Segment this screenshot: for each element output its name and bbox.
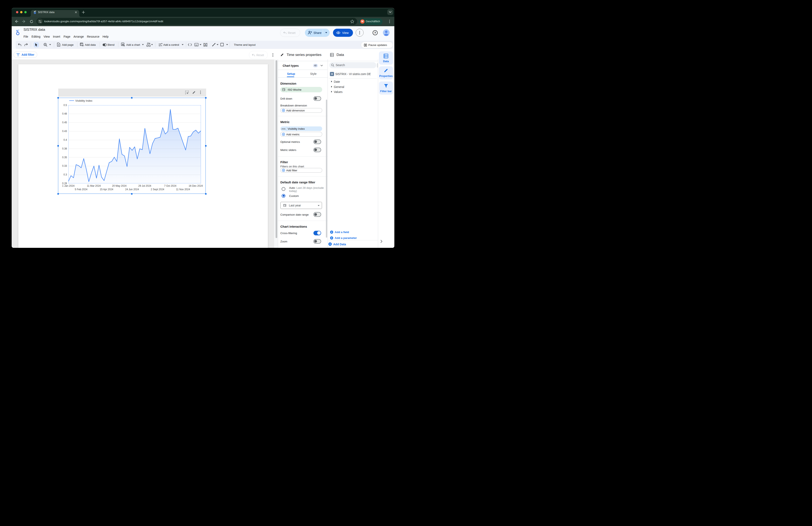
svg-text:?: ? bbox=[374, 31, 376, 34]
svg-text:A: A bbox=[204, 44, 206, 46]
